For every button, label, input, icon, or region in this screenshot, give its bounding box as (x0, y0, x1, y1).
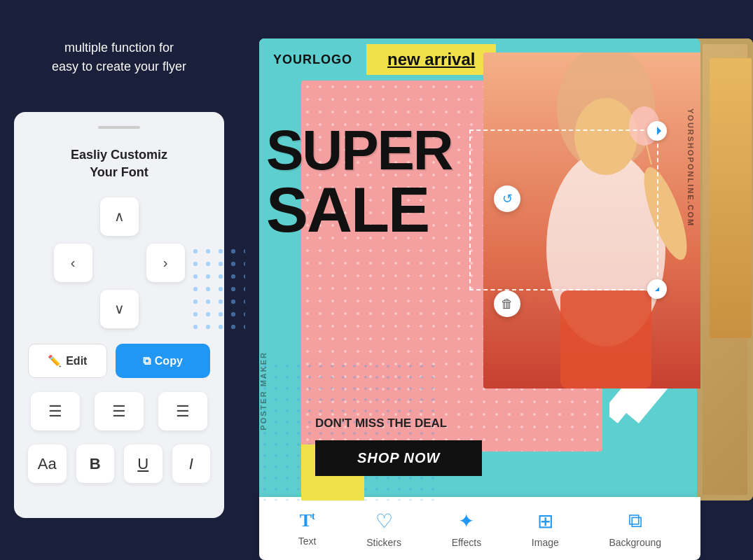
toolbar-item-stickers[interactable]: ♡ Stickers (352, 504, 415, 554)
sale-text: SALE (266, 178, 453, 241)
rotate-button[interactable]: ↺ (494, 186, 520, 212)
image-icon: ⊞ (537, 510, 553, 533)
resize-handle-icon (652, 284, 662, 294)
copy-label: Copy (155, 355, 183, 368)
handle-top-right[interactable] (647, 121, 667, 141)
panel-title: Easliy Customiz Your Font (71, 146, 167, 181)
font-aa-label: Aa (38, 455, 57, 473)
arrow-up-button[interactable]: ∧ (100, 197, 139, 236)
edit-button[interactable]: ✏️ Edit (28, 344, 107, 378)
toolbar-item-effects[interactable]: ✦ Effects (438, 504, 496, 554)
super-text: SUPER (266, 122, 453, 178)
align-left-button[interactable]: ☰ (31, 392, 80, 430)
arrow-controls: ∧ ‹ › ∨ (52, 195, 186, 330)
font-size-button[interactable]: Aa (28, 444, 67, 483)
vertical-text-right: YOURSHOPONLINE.COM (686, 108, 695, 227)
toolbar-item-background[interactable]: ⧉ Backgroung (595, 504, 675, 554)
svg-marker-7 (657, 127, 661, 135)
action-buttons: ✏️ Edit ⧉ Copy (28, 344, 210, 378)
tagline-line1: multiple function for (64, 41, 174, 55)
flyer-title-badge: new arrival (366, 44, 496, 75)
italic-label: I (189, 455, 193, 473)
underline-label: U (137, 455, 148, 473)
panel-handle (98, 126, 140, 129)
header-tagline: multiple function for easy to create you… (21, 38, 217, 76)
effects-icon: ✦ (458, 510, 474, 533)
arrow-right-button[interactable]: › (146, 244, 185, 282)
image-label: Image (532, 537, 559, 548)
stickers-icon: ♡ (375, 510, 393, 533)
align-center-button[interactable]: ☰ (95, 392, 144, 430)
super-sale-text: SUPER SALE (266, 122, 453, 241)
edit-pencil-icon: ✏️ (48, 354, 62, 368)
edit-label: Edit (66, 355, 87, 368)
right-preview-inner (697, 38, 753, 500)
toolbar-item-text[interactable]: Tt Text (284, 505, 331, 552)
right-preview (697, 38, 753, 500)
arrow-left-button[interactable]: ‹ (54, 244, 92, 282)
handle-bottom-right[interactable] (647, 279, 667, 299)
svg-rect-2 (560, 290, 651, 388)
effects-label: Effects (452, 537, 482, 548)
flyer-title: new arrival (387, 50, 475, 69)
vertical-text-left: POSTER MAKER (259, 351, 268, 430)
canvas-area[interactable]: YOURLOGO new arrival SUPER SALE (259, 38, 700, 500)
text-icon: Tt (300, 510, 315, 531)
align-right-button[interactable]: ☰ (158, 392, 207, 430)
copy-icon: ⧉ (143, 355, 151, 368)
font-buttons: Aa B U I (28, 444, 210, 483)
flyer: YOURLOGO new arrival SUPER SALE (259, 38, 700, 500)
selection-box[interactable] (469, 130, 658, 290)
preview-frame (710, 58, 752, 338)
background-icon: ⧉ (628, 510, 642, 533)
bottom-toolbar: Tt Text ♡ Stickers ✦ Effects ⊞ Image ⧉ B… (259, 497, 700, 560)
delete-button[interactable]: 🗑 (494, 290, 520, 317)
copy-button[interactable]: ⧉ Copy (116, 344, 210, 378)
bold-label: B (90, 455, 101, 473)
deal-text: DON'T MISS THE DEAL (315, 416, 447, 430)
tagline-line2: easy to create your flyer (52, 59, 186, 74)
align-buttons: ☰ ☰ ☰ (28, 392, 210, 430)
stickers-label: Stickers (366, 537, 401, 548)
bg-dots-decoration (189, 245, 245, 329)
shop-now-button[interactable]: SHOP NOW (315, 440, 482, 476)
flyer-logo: YOURLOGO (273, 52, 352, 67)
bold-button[interactable]: B (76, 444, 115, 483)
italic-button[interactable]: I (172, 444, 211, 483)
background-label: Backgroung (609, 537, 661, 548)
underline-button[interactable]: U (124, 444, 163, 483)
text-label: Text (298, 536, 317, 547)
arrow-down-button[interactable]: ∨ (100, 290, 139, 328)
rotate-handle-icon (652, 126, 662, 136)
toolbar-item-image[interactable]: ⊞ Image (518, 504, 573, 554)
